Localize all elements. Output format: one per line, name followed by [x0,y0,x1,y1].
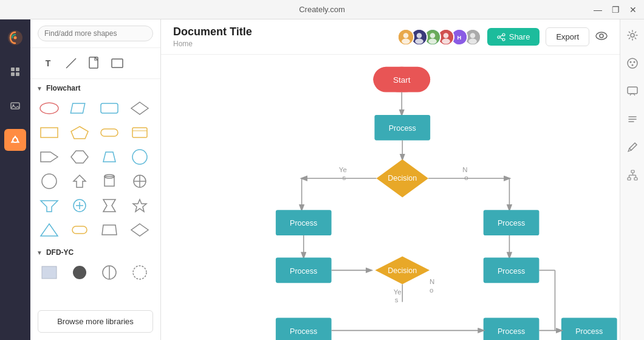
svg-point-58 [443,33,448,38]
settings-icon[interactable] [624,27,641,44]
text-tool[interactable]: T [39,54,57,72]
canvas-svg: Start Process Decision Ye s N o [161,55,620,340]
shape-diamond2[interactable] [127,219,152,241]
svg-point-24 [132,150,147,164]
svg-line-9 [66,58,76,68]
shape-rounded-rect[interactable] [67,219,92,241]
doc-info: Document Title Home [173,26,252,48]
dfd-section-header[interactable]: ▼ DFD-YC [36,248,154,257]
shape-square-notch[interactable] [36,146,62,168]
svg-line-68 [500,35,502,36]
canvas-content[interactable]: Start Process Decision Ye s N o [161,55,620,340]
shape-circle2[interactable] [36,170,62,192]
shape-hexagon[interactable] [67,146,92,168]
svg-marker-23 [103,152,115,162]
svg-text:Process: Process [498,327,525,336]
svg-point-12 [40,103,58,114]
svg-rect-16 [41,128,58,137]
nav-image-icon[interactable] [4,95,26,117]
dfd-circle-dashed[interactable] [127,262,152,283]
shapes-panel: ▼ Flowchart [30,79,160,305]
brush-icon[interactable] [624,139,641,156]
svg-marker-32 [41,201,58,212]
canvas-header: Document Title Home [161,19,620,55]
canvas-area: Document Title Home [161,19,620,340]
palette-icon[interactable] [624,55,641,72]
shape-cylinder[interactable] [97,170,122,192]
shape-rect2[interactable] [36,122,62,144]
diagram-icon[interactable] [624,167,641,184]
line-tool[interactable] [62,54,80,72]
shape-trapezoid[interactable] [97,146,122,168]
svg-point-50 [402,38,410,44]
preview-button[interactable] [595,32,608,43]
minimize-button[interactable]: — [594,5,602,15]
shape-star[interactable] [127,195,152,217]
svg-point-64 [468,38,477,44]
left-panel: T ▼ Flowchart [30,19,161,340]
svg-text:N: N [430,278,434,285]
svg-point-66 [498,36,500,38]
svg-rect-2 [11,68,15,71]
shape-circle[interactable] [127,146,152,168]
share-button[interactable]: Share [487,28,540,46]
list-icon[interactable] [624,111,641,128]
share-icon [497,33,505,41]
svg-rect-4 [11,72,15,76]
shape-tools: T [30,48,160,79]
svg-point-25 [42,174,57,189]
shape-arrow-down[interactable] [67,170,92,192]
shape-triangle[interactable] [36,219,62,241]
shape-cylinder-side[interactable] [127,122,152,144]
flowchart-section-header[interactable]: ▼ Flowchart [36,84,154,92]
dfd-square[interactable] [36,262,62,283]
shape-pentagon[interactable] [67,122,92,144]
maximize-button[interactable]: ❐ [612,5,620,15]
right-panel [620,19,644,340]
doc-breadcrumb: Home [173,40,252,48]
shape-funnel[interactable] [36,195,62,217]
dfd-arrow-icon: ▼ [36,249,43,256]
svg-text:Process: Process [498,267,525,276]
shape-parallelogram[interactable] [67,97,92,119]
avatar-1 [397,29,414,46]
svg-text:o: o [464,174,468,181]
svg-point-67 [502,38,505,41]
comment-icon[interactable] [624,83,641,100]
search-bar [30,19,160,48]
svg-point-56 [428,38,437,44]
svg-point-52 [416,33,422,38]
svg-text:o: o [430,286,433,294]
svg-text:Process: Process [290,219,317,227]
nav-shapes-icon[interactable] [4,129,26,151]
svg-point-1 [14,36,17,40]
export-button[interactable]: Export [546,27,589,46]
dfd-section-label: DFD-YC [46,248,74,257]
shape-oval[interactable] [36,97,62,119]
search-input[interactable] [38,26,153,41]
dfd-circle-half[interactable] [97,262,122,283]
nav-home-icon[interactable] [4,61,26,83]
shape-cross[interactable] [127,170,152,192]
dfd-circle-dark[interactable] [67,262,92,283]
svg-marker-40 [102,225,117,235]
shape-plus[interactable] [67,195,92,217]
page-tool[interactable] [85,54,103,72]
shape-rect3[interactable] [97,219,122,241]
browse-libraries-button[interactable]: Browse more libraries [38,310,153,333]
svg-text:s: s [395,297,399,304]
svg-text:H: H [457,34,461,41]
svg-text:Ye: Ye [394,288,402,296]
svg-point-49 [403,33,408,38]
svg-marker-37 [133,199,146,212]
shape-stadium[interactable] [97,122,122,144]
shape-hourglass[interactable] [97,195,122,217]
shape-diamond[interactable] [127,97,152,119]
close-button[interactable]: ✕ [629,5,637,15]
svg-marker-13 [70,103,84,113]
svg-point-44 [73,266,86,279]
svg-text:Decision: Decision [388,266,417,275]
rect-tool[interactable] [108,54,126,72]
svg-point-55 [430,33,435,38]
shape-rect-rounded[interactable] [97,97,122,119]
